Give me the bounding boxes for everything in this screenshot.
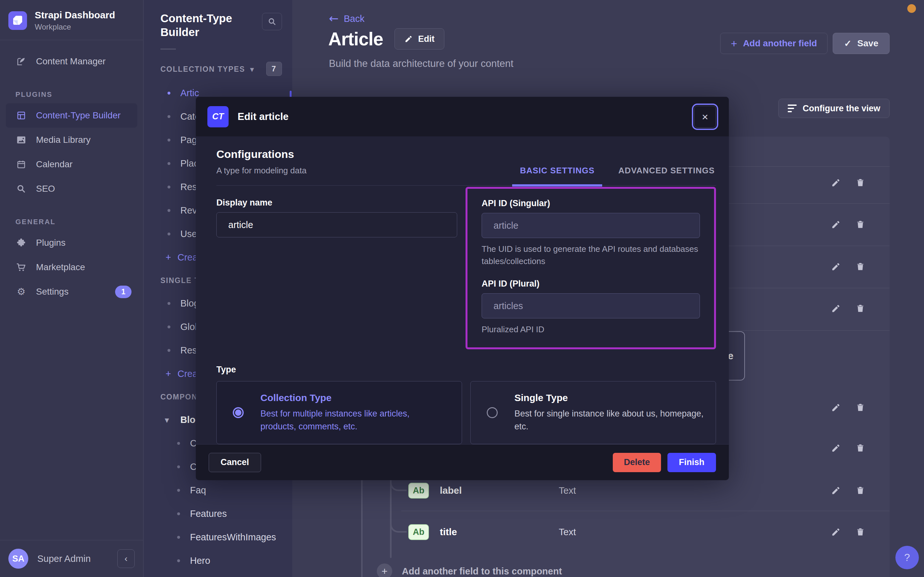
puzzle-icon — [15, 238, 27, 248]
back-link[interactable]: ← Back — [329, 13, 365, 24]
pencil-icon[interactable] — [831, 220, 841, 229]
bullet-icon — [167, 326, 170, 329]
plus-icon[interactable]: + — [377, 564, 392, 577]
pencil-icon[interactable] — [831, 403, 841, 412]
trash-icon[interactable] — [855, 262, 865, 271]
trash-icon[interactable] — [855, 486, 865, 495]
modal-title: Edit article — [238, 111, 289, 122]
radio-unselected-icon[interactable] — [487, 407, 498, 418]
component-item[interactable]: Hero — [144, 549, 292, 572]
help-button[interactable]: ? — [895, 546, 919, 569]
search-icon — [267, 17, 276, 26]
row-actions — [831, 262, 865, 271]
finish-button[interactable]: Finish — [667, 453, 716, 472]
chevron-down-icon: ▾ — [165, 416, 169, 425]
row-actions — [831, 527, 865, 537]
pencil-icon[interactable] — [831, 178, 841, 187]
field-type: Text — [559, 527, 576, 537]
settings-notification-badge: 1 — [115, 285, 132, 298]
collection-type-card[interactable]: Collection Type Best for multiple instan… — [216, 381, 462, 444]
sidebar-item-plugins[interactable]: Plugins — [0, 230, 143, 255]
sidebar-item-seo[interactable]: SEO — [0, 177, 143, 201]
modal-body: Configurations A type for modeling data … — [196, 136, 729, 444]
single-type-title: Single Type — [514, 392, 716, 403]
collection-type-desc: Best for multiple instances like article… — [260, 407, 447, 433]
plus-icon: + — [731, 37, 737, 50]
pencil-icon[interactable] — [831, 527, 841, 537]
gear-icon: ⚙ — [15, 287, 27, 297]
sidebar-item-marketplace[interactable]: Marketplace — [0, 255, 143, 279]
add-another-field-button[interactable]: + Add another field — [720, 33, 828, 54]
delete-button[interactable]: Delete — [613, 453, 661, 472]
grid-icon — [15, 111, 27, 120]
trash-icon[interactable] — [855, 403, 865, 412]
bullet-icon — [167, 302, 170, 305]
tab-basic-settings[interactable]: BASIC SETTINGS — [519, 166, 596, 185]
trash-icon[interactable] — [855, 443, 865, 453]
collapse-sidebar-button[interactable]: ‹ — [117, 550, 135, 568]
trash-icon[interactable] — [855, 527, 865, 537]
add-field-to-component-row[interactable]: + Add another field to this component — [377, 564, 562, 577]
cancel-button[interactable]: Cancel — [209, 453, 261, 472]
sidebar-item-media-library[interactable]: Media Library — [0, 128, 143, 152]
row-actions — [831, 178, 865, 187]
sidebar-item-content-type-builder[interactable]: Content-Type Builder — [6, 103, 137, 128]
pencil-icon[interactable] — [831, 486, 841, 495]
display-name-label: Display name — [216, 198, 457, 208]
cart-icon — [15, 262, 27, 272]
field-name: label — [440, 485, 462, 496]
api-id-highlight-box: API ID (Singular) The UID is used to gen… — [466, 187, 716, 349]
trash-icon[interactable] — [855, 220, 865, 229]
workspace-brand[interactable]: Strapi Dashboard Workplace — [0, 0, 143, 40]
sidebar-item-label: Plugins — [36, 238, 66, 248]
radio-selected-icon[interactable] — [233, 407, 244, 418]
row-actions — [831, 304, 865, 313]
trash-icon[interactable] — [855, 178, 865, 187]
component-item[interactable]: FeaturesWithImages — [144, 525, 292, 549]
save-button[interactable]: ✓ Save — [833, 33, 890, 54]
edit-button[interactable]: Edit — [394, 28, 444, 50]
plus-icon: + — [166, 369, 171, 379]
sidebar-item-calendar[interactable]: Calendar — [0, 152, 143, 177]
sidebar-item-settings[interactable]: ⚙ Settings 1 — [0, 279, 143, 304]
api-id-plural-input[interactable] — [482, 293, 700, 318]
sidebar-item-content-manager[interactable]: Content Manager — [0, 49, 143, 74]
component-item[interactable]: Faq — [144, 479, 292, 502]
collection-types-count: 7 — [266, 62, 282, 76]
divider — [401, 511, 890, 511]
configure-view-button[interactable]: Configure the view — [778, 99, 890, 118]
api-id-singular-label: API ID (Singular) — [482, 198, 700, 208]
component-item[interactable]: Features — [144, 502, 292, 525]
api-id-singular-input[interactable] — [482, 213, 700, 238]
pencil-icon[interactable] — [831, 304, 841, 313]
close-button[interactable]: × — [694, 106, 716, 128]
text-field-type-badge: Ab — [408, 524, 429, 540]
calendar-icon — [15, 160, 27, 169]
feather-icon — [15, 56, 27, 66]
content-type-badge: CT — [207, 106, 228, 127]
single-type-card[interactable]: Single Type Best for single instance lik… — [470, 381, 716, 444]
screen-recording-indicator — [907, 4, 916, 13]
bullet-icon — [167, 162, 170, 165]
pencil-icon[interactable] — [831, 262, 841, 271]
bullet-icon — [177, 536, 180, 539]
avatar[interactable]: SA — [8, 549, 28, 569]
display-name-input[interactable] — [216, 212, 457, 237]
row-actions — [831, 443, 865, 453]
row-actions — [831, 220, 865, 229]
image-icon — [15, 135, 27, 145]
api-id-plural-helper: Pluralized API ID — [482, 324, 700, 336]
row-actions — [831, 486, 865, 495]
configurations-heading: Configurations — [216, 148, 306, 161]
field-name: title — [440, 527, 457, 537]
sidebar-item-label: SEO — [36, 184, 55, 194]
collection-type-title: Collection Type — [260, 392, 447, 403]
tab-advanced-settings[interactable]: ADVANCED SETTINGS — [617, 166, 716, 185]
pencil-icon[interactable] — [831, 443, 841, 453]
panel-title: Content-Type Builder — [161, 11, 260, 39]
bullet-icon — [167, 349, 170, 352]
search-button[interactable] — [262, 13, 282, 30]
settings-tabs: BASIC SETTINGS ADVANCED SETTINGS — [519, 166, 716, 185]
trash-icon[interactable] — [855, 304, 865, 313]
collection-types-header[interactable]: COLLECTION TYPES ▾ 7 — [161, 65, 292, 74]
